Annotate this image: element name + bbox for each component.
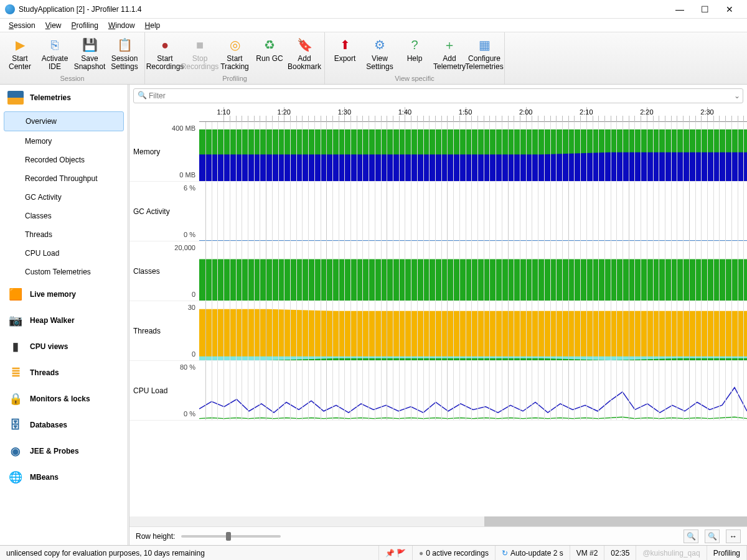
statusbar: unlicensed copy for evaluation purposes,… [0,545,747,560]
session-settings-label: SessionSettings [111,55,138,71]
section-icon: 🟧 [7,287,24,301]
sidebar-item-classes[interactable]: Classes [0,207,128,225]
axis-top-label: 30 [133,304,195,311]
start-center-button[interactable]: ▶StartCenter [2,34,37,73]
section-label: Threads [30,368,59,377]
sidebar-section-jee-probes[interactable]: ◉JEE & Probes [0,438,128,464]
section-label: JEE & Probes [30,447,79,455]
chart-name: Threads [133,327,195,335]
sidebar-section-threads[interactable]: ≣Threads [0,360,128,386]
chart-row-classes[interactable]: 20,000Classes0 [129,241,747,301]
sidebar-section-live-memory[interactable]: 🟧Live memory [0,281,128,307]
sidebar-section-cpu-views[interactable]: ▮CPU views [0,334,128,360]
section-icon: ≣ [7,366,24,380]
toolbar: ▶StartCenter⎘ActivateIDE💾SaveSnapshot📋Se… [0,32,747,85]
session-settings-button[interactable]: 📋SessionSettings [107,34,142,73]
toolbar-group-session: ▶StartCenter⎘ActivateIDE💾SaveSnapshot📋Se… [0,32,145,84]
filter-dropdown-icon[interactable]: ⌄ [734,91,740,100]
start-tracking-icon: ◎ [226,36,243,54]
telemetries-icon [7,91,24,105]
sidebar-header-telemetries[interactable]: Telemetries [0,85,128,111]
sidebar-section-mbeans[interactable]: 🌐MBeans [0,464,128,490]
chart-name: CPU Load [133,386,195,395]
section-label: Databases [30,421,67,429]
sidebar-item-cpu-load[interactable]: CPU Load [0,244,128,263]
fit-button[interactable]: ↔ [726,530,741,543]
menu-window[interactable]: Window [103,20,140,31]
start-tracking-button[interactable]: ◎StartTracking [217,34,252,73]
chart-row-gc-activity[interactable]: 6 %GC Activity0 % [129,182,747,241]
minimize-button[interactable]: — [667,1,692,18]
sidebar-item-threads[interactable]: Threads [0,225,128,244]
export-icon: ⬆ [336,36,354,54]
axis-bot-label: 0 [133,350,195,358]
chart-row-cpu-load[interactable]: 80 %CPU Load0 % [129,361,747,421]
close-button[interactable]: ✕ [717,1,742,18]
sidebar-section-monitors-locks[interactable]: 🔒Monitors & locks [0,386,128,412]
timeline-label: 1:20 [278,108,291,116]
section-icon: 🔒 [7,392,24,406]
menu-view[interactable]: View [40,20,67,31]
help-label: Help [407,55,423,63]
zoom-in-button[interactable]: 🔍 [684,530,698,543]
window-title: StudyApplication [2] - JProfiler 11.1.4 [19,5,667,14]
maximize-button[interactable]: ☐ [692,1,717,18]
zoom-out-button[interactable]: 🔍 [705,530,720,543]
sidebar-header-label: Telemetries [30,93,71,102]
status-autoupdate[interactable]: ↻Auto-update 2 s [496,546,570,560]
status-watermark: @kuishuling_qaq [636,546,707,560]
timeline-label: 2:30 [700,108,713,116]
save-snapshot-button[interactable]: 💾SaveSnapshot [72,34,107,73]
configure-telemetries-icon: ▦ [476,36,493,54]
configure-telemetries-label: ConfigureTelemetries [465,55,503,71]
add-bookmark-icon: 🔖 [296,36,313,54]
sidebar-item-overview[interactable]: Overview [4,111,124,131]
slider-thumb[interactable] [226,532,231,541]
timeline-label: 1:40 [398,108,411,116]
menu-profiling[interactable]: Profiling [67,20,103,31]
add-telemetry-button[interactable]: ＋AddTelemetry [432,34,467,73]
timeline-label: 1:10 [217,108,230,116]
help-button[interactable]: ?Help [397,34,432,73]
chart-row-memory[interactable]: 400 MBMemory0 MB [129,122,747,182]
axis-top-label: 80 % [133,363,195,371]
axis-top-label: 400 MB [133,124,195,132]
view-settings-button[interactable]: ⚙ViewSettings [362,34,397,73]
row-height-slider[interactable] [181,535,281,538]
toolbar-group-label: Profiling [148,73,322,84]
section-label: Heap Walker [30,316,75,325]
timeline-label: 1:30 [338,108,351,116]
help-icon: ? [406,36,423,54]
export-label: Export [334,55,356,63]
filter-input[interactable] [149,89,739,103]
axis-bot-label: 0 [133,291,195,298]
sidebar-item-recorded-objects[interactable]: Recorded Objects [0,151,128,169]
timeline-header: 1:101:201:301:401:502:002:102:202:30 [199,107,747,122]
sidebar-item-gc-activity[interactable]: GC Activity [0,188,128,207]
filter-box[interactable]: ⌄ [133,88,743,103]
timeline-label: 2:00 [519,108,532,116]
start-recordings-button[interactable]: ●StartRecordings [148,34,182,73]
export-button[interactable]: ⬆Export [327,34,362,73]
scrollbar-thumb[interactable] [484,516,747,526]
axis-bot-label: 0 % [133,410,195,418]
configure-telemetries-button[interactable]: ▦ConfigureTelemetries [467,34,502,73]
chart-row-threads[interactable]: 30Threads0 [129,301,747,361]
add-bookmark-button[interactable]: 🔖AddBookmark [287,34,322,73]
start-tracking-label: StartTracking [220,55,249,71]
sidebar-item-custom-telemetries[interactable]: Custom Telemetries [0,263,128,281]
horizontal-scrollbar[interactable] [129,516,747,526]
status-pin[interactable]: 📌 🚩 [379,546,413,560]
run-gc-button[interactable]: ♻Run GC [252,34,287,73]
menu-help[interactable]: Help [140,20,166,31]
sidebar-section-heap-walker[interactable]: 📷Heap Walker [0,307,128,334]
add-bookmark-label: AddBookmark [288,55,321,71]
sidebar-section-databases[interactable]: 🗄Databases [0,412,128,438]
section-icon: ◉ [7,444,24,458]
activate-ide-button[interactable]: ⎘ActivateIDE [37,34,72,73]
sidebar-item-recorded-throughput[interactable]: Recorded Throughput [0,169,128,188]
sidebar-item-memory[interactable]: Memory [0,132,128,151]
chart-name: GC Activity [133,207,195,216]
section-icon: 📷 [7,314,24,327]
menu-session[interactable]: Session [4,20,40,31]
